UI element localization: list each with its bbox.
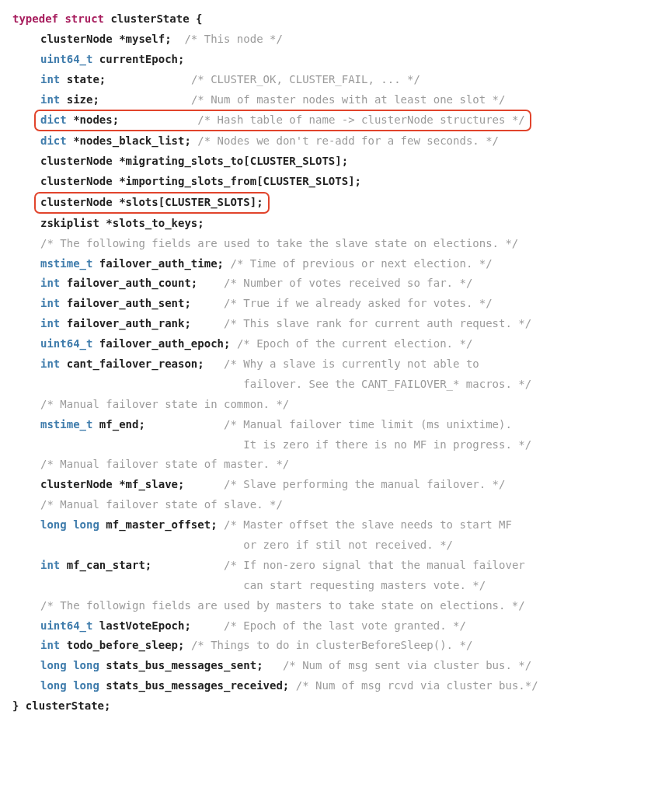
- highlight-nodes: dict *nodes; /* Hash table of name -> cl…: [34, 110, 531, 131]
- code-line: int size; /* Num of master nodes with at…: [12, 90, 660, 110]
- code-line: failover. See the CANT_FAILOVER_* macros…: [12, 375, 660, 395]
- code-line: long long stats_bus_messages_received; /…: [12, 676, 660, 696]
- code-line: int cant_failover_reason; /* Why a slave…: [12, 354, 660, 375]
- code-line: /* Manual failover state of master. */: [12, 455, 660, 475]
- code-line: zskiplist *slots_to_keys;: [12, 214, 660, 234]
- code-line: clusterNode *myself; /* This node */: [12, 30, 660, 50]
- highlight-slots: clusterNode *slots[CLUSTER_SLOTS];: [34, 192, 270, 214]
- code-line: uint64_t currentEpoch;: [12, 50, 660, 70]
- code-line: long long mf_master_offset; /* Master of…: [12, 515, 660, 535]
- code-line: int failover_auth_count; /* Number of vo…: [12, 274, 660, 294]
- code-line: /* The following fields are used to take…: [12, 234, 660, 254]
- code-line: /* Manual failover state in common. */: [12, 395, 660, 415]
- code-line: clusterNode *mf_slave; /* Slave performi…: [12, 475, 660, 495]
- code-line: clusterNode *importing_slots_from[CLUSTE…: [12, 172, 660, 192]
- code-block: typedef struct clusterState { clusterNod…: [12, 9, 660, 717]
- code-line: clusterNode *migrating_slots_to[CLUSTER_…: [12, 152, 660, 172]
- code-line: mstime_t failover_auth_time; /* Time of …: [12, 254, 660, 274]
- code-line: long long stats_bus_messages_sent; /* Nu…: [12, 656, 660, 676]
- code-line: typedef struct clusterState {: [12, 9, 660, 30]
- code-line-highlighted: dict *nodes; /* Hash table of name -> cl…: [12, 110, 660, 131]
- code-line: dict *nodes_black_list; /* Nodes we don'…: [12, 131, 660, 152]
- code-line: int todo_before_sleep; /* Things to do i…: [12, 636, 660, 656]
- code-line: int failover_auth_sent; /* True if we al…: [12, 294, 660, 314]
- code-line: It is zero if there is no MF in progress…: [12, 435, 660, 455]
- code-line: } clusterState;: [12, 696, 660, 717]
- code-line: can start requesting masters vote. */: [12, 576, 660, 596]
- code-line: /* The followign fields are used by mast…: [12, 596, 660, 616]
- code-line: mstime_t mf_end; /* Manual failover time…: [12, 415, 660, 435]
- code-line: uint64_t failover_auth_epoch; /* Epoch o…: [12, 334, 660, 354]
- code-line: int mf_can_start; /* If non-zero signal …: [12, 556, 660, 576]
- code-line: or zero if stil not received. */: [12, 535, 660, 556]
- code-line: int failover_auth_rank; /* This slave ra…: [12, 314, 660, 334]
- code-line-highlighted: clusterNode *slots[CLUSTER_SLOTS];: [12, 192, 660, 214]
- code-line: int state; /* CLUSTER_OK, CLUSTER_FAIL, …: [12, 70, 660, 90]
- code-line: /* Manual failover state of slave. */: [12, 495, 660, 515]
- code-line: uint64_t lastVoteEpoch; /* Epoch of the …: [12, 616, 660, 636]
